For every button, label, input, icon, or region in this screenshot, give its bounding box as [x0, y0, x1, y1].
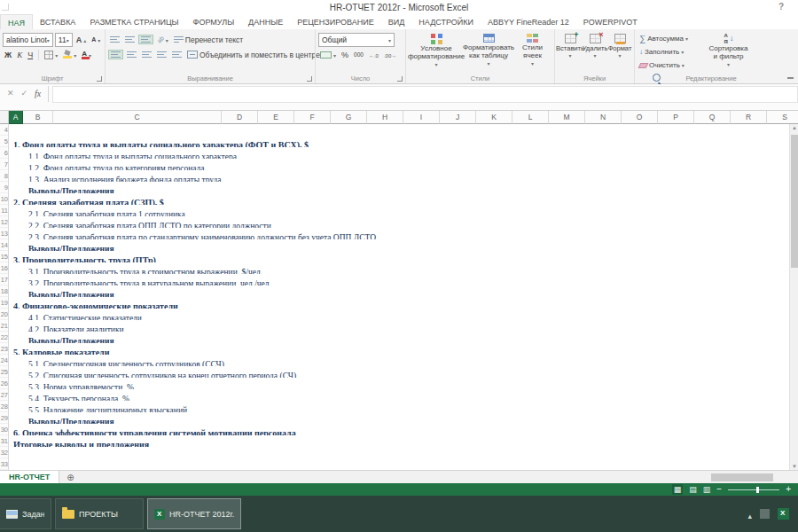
taskbar-item[interactable]: ПРОЕКТЫ: [55, 498, 144, 529]
sheet-cell[interactable]: 2. Средняя заработная плата (СЗП), $: [9, 197, 164, 205]
sheet-cell[interactable]: 2.2. Средняя заработная плата ОПП ЛСТО п…: [9, 221, 271, 228]
underline-button[interactable]: Ч: [26, 50, 35, 60]
sheet-cell[interactable]: 3. Производительность труда (ПТр): [9, 254, 156, 262]
row-header[interactable]: 33: [0, 458, 8, 470]
column-header[interactable]: M: [549, 111, 585, 124]
sheet-cell[interactable]: Выводы/Предложения: [9, 244, 114, 251]
clear-button[interactable]: Очистить: [638, 59, 708, 72]
column-header[interactable]: E: [258, 111, 294, 124]
ribbon-tab[interactable]: ABBYY FineReader 12: [481, 14, 576, 29]
ribbon-tab[interactable]: РЕЦЕНЗИРОВАНИЕ: [290, 14, 381, 29]
format-as-table-button[interactable]: Форматировать как таблицу: [464, 32, 513, 73]
merge-center-button[interactable]: Объединить и поместить в центре: [185, 50, 326, 60]
shrink-font-button[interactable]: А: [90, 35, 102, 45]
row-header[interactable]: 19: [0, 297, 8, 309]
sort-filter-button[interactable]: Сортировка и фильтр: [708, 32, 748, 72]
sheet-cell[interactable]: 2.1. Средняя заработная плата 1 сотрудни…: [9, 209, 185, 216]
normal-view-icon[interactable]: [672, 484, 684, 495]
increase-indent-button[interactable]: [170, 51, 184, 59]
font-color-button[interactable]: А: [80, 50, 93, 60]
column-header[interactable]: A: [9, 111, 23, 124]
sheet-cell[interactable]: 2.3. Средняя заработная плата по стандар…: [9, 232, 376, 239]
row-header[interactable]: 8: [0, 170, 8, 182]
row-header[interactable]: 27: [0, 389, 8, 401]
cancel-icon[interactable]: ✕: [4, 86, 18, 98]
row-header[interactable]: 26: [0, 378, 8, 389]
page-layout-view-icon[interactable]: [689, 484, 697, 495]
accounting-format-button[interactable]: [318, 50, 338, 60]
sheet-cell[interactable]: 5.1. Среднесписочная численность сотрудн…: [9, 359, 224, 366]
row-header[interactable]: 17: [0, 274, 8, 286]
row-header[interactable]: 7: [0, 159, 8, 170]
sheet-cell[interactable]: Выводы/Предложения: [9, 290, 114, 297]
align-right-button[interactable]: [140, 51, 153, 59]
sheet-cell[interactable]: 1.3. Анализ исполнения бюджета фонда опл…: [9, 175, 222, 182]
orientation-button[interactable]: [155, 35, 170, 45]
column-header[interactable]: G: [331, 111, 367, 124]
vertical-scrollbar-thumb[interactable]: [791, 135, 798, 268]
taskbar-item[interactable]: HR-ОТЧЕТ 2012г...: [147, 498, 241, 529]
sheet-cell[interactable]: 1. Фонд оплаты труда и выплаты социально…: [9, 139, 309, 147]
row-header[interactable]: 9: [0, 182, 8, 193]
tray-excel-icon[interactable]: [778, 508, 789, 520]
align-left-button[interactable]: [108, 50, 123, 59]
sheet-tab[interactable]: HR-ОТЧЕТ: [0, 471, 59, 483]
row-header[interactable]: 20: [0, 309, 8, 320]
collapse-ribbon-icon[interactable]: [787, 77, 794, 82]
row-header[interactable]: 13: [0, 228, 8, 239]
row-header[interactable]: 14: [0, 239, 8, 251]
sheet-cell[interactable]: 3.2. Производительность труда в натураль…: [9, 278, 271, 286]
column-header[interactable]: S: [767, 111, 798, 124]
autosum-button[interactable]: ∑Автосумма: [638, 32, 708, 45]
sheet-cell[interactable]: Итоговые выводы и предложения: [9, 439, 149, 447]
sheet-cell[interactable]: 5.2. Списочная численность сотрудников н…: [9, 371, 296, 378]
ribbon-tab[interactable]: ВИД: [381, 14, 412, 29]
increase-decimal-button[interactable]: [367, 50, 380, 60]
sheet-cell[interactable]: 5.4. Текучесть персонала, %: [9, 394, 129, 401]
row-header[interactable]: 11: [0, 205, 8, 216]
row-header[interactable]: 32: [0, 447, 8, 458]
ribbon-tab[interactable]: ДАННЫЕ: [241, 14, 290, 29]
zoom-out-icon[interactable]: −: [716, 484, 722, 495]
column-header[interactable]: P: [658, 111, 694, 124]
cell-styles-button[interactable]: Стили ячеек: [513, 32, 552, 73]
row-header[interactable]: 31: [0, 435, 8, 447]
comma-style-button[interactable]: 000: [352, 51, 365, 59]
column-header[interactable]: I: [403, 111, 440, 124]
row-header[interactable]: 4: [0, 124, 8, 136]
column-header[interactable]: B: [23, 111, 53, 124]
enter-icon[interactable]: ✓: [18, 86, 32, 98]
quick-access-toolbar[interactable]: [2, 4, 9, 11]
number-dialog-launcher-icon[interactable]: [397, 76, 403, 82]
help-button[interactable]: ?: [778, 2, 784, 12]
grow-font-button[interactable]: А: [74, 35, 89, 45]
column-header[interactable]: Q: [694, 111, 731, 124]
column-header[interactable]: J: [440, 111, 476, 124]
column-header[interactable]: O: [622, 111, 658, 124]
row-header[interactable]: 15: [0, 251, 8, 262]
column-header[interactable]: R: [731, 111, 767, 124]
sheet-cell[interactable]: 5. Кадровые показатели: [9, 347, 110, 355]
format-cells-button[interactable]: Формат: [607, 32, 632, 73]
horizontal-scrollbar-thumb[interactable]: [711, 473, 773, 481]
decrease-indent-button[interactable]: [155, 51, 168, 59]
borders-button[interactable]: [43, 50, 59, 60]
sheet-cell[interactable]: 5.3. Норма управляемости, %: [9, 382, 134, 389]
decrease-decimal-button[interactable]: [382, 50, 398, 60]
row-header[interactable]: 18: [0, 286, 8, 297]
sheet-cell[interactable]: 4.1. Статистические показатели: [9, 313, 142, 320]
new-sheet-button[interactable]: ⊕: [66, 471, 74, 483]
column-header[interactable]: F: [294, 111, 331, 124]
sheet-cell[interactable]: 4.2. Показатели аналитики: [9, 325, 124, 332]
column-header[interactable]: H: [367, 111, 403, 124]
align-middle-button[interactable]: [123, 35, 137, 43]
formula-input[interactable]: [52, 86, 798, 103]
ribbon-tab[interactable]: ВСТАВКА: [33, 14, 82, 29]
column-header[interactable]: K: [476, 111, 512, 124]
zoom-slider-thumb[interactable]: [756, 487, 759, 493]
row-header[interactable]: 30: [0, 424, 8, 435]
ribbon-tab[interactable]: POWERPIVOT: [576, 14, 645, 29]
row-header[interactable]: 21: [0, 320, 8, 332]
number-format-combo[interactable]: Общий: [318, 33, 395, 47]
align-top-button[interactable]: [108, 35, 121, 43]
